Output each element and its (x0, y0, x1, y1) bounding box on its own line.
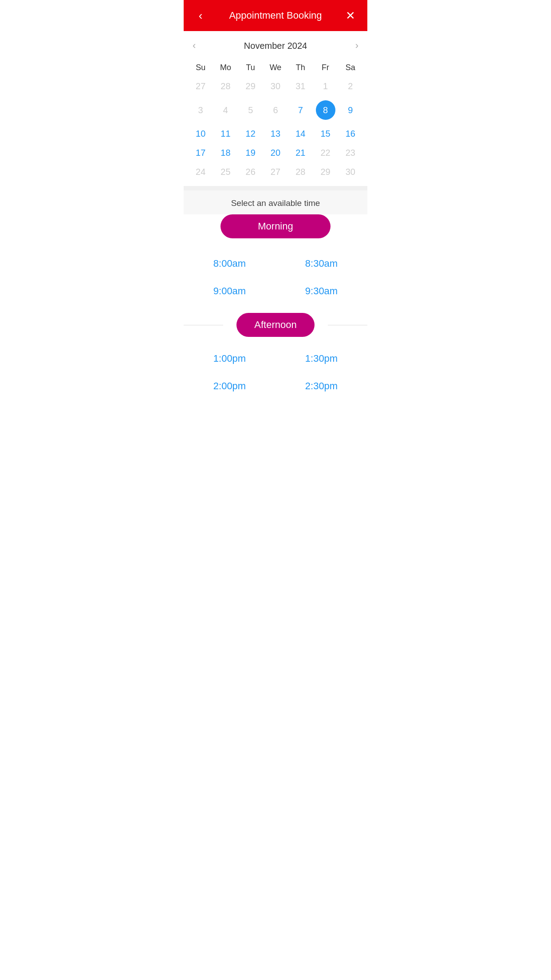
calendar-day: 29 (238, 77, 263, 96)
calendar-day[interactable]: 8 (313, 96, 338, 124)
afternoon-time-slot[interactable]: 2:30pm (276, 372, 367, 400)
next-month-button[interactable]: › (351, 38, 363, 53)
calendar-day: 5 (238, 96, 263, 124)
morning-time-slot[interactable]: 8:30am (276, 250, 367, 277)
morning-time-slot[interactable]: 8:00am (184, 250, 276, 277)
calendar-day[interactable]: 16 (338, 124, 363, 143)
calendar-day[interactable]: 14 (288, 124, 313, 143)
calendar-day: 25 (213, 162, 238, 182)
afternoon-time-slot[interactable]: 1:30pm (276, 345, 367, 372)
calendar-day[interactable]: 15 (313, 124, 338, 143)
weekday-mo: Mo (213, 60, 238, 77)
morning-time-slot[interactable]: 9:30am (276, 277, 367, 305)
calendar-grid: Su Mo Tu We Th Fr Sa 2728293031123456789… (188, 60, 363, 182)
calendar-day: 27 (263, 162, 288, 182)
close-button[interactable]: ✕ (342, 10, 358, 21)
afternoon-time-slot[interactable]: 1:00pm (184, 345, 276, 372)
calendar-day: 30 (263, 77, 288, 96)
weekday-su: Su (188, 60, 213, 77)
back-button[interactable]: ‹ (193, 10, 209, 21)
calendar-week-3: 17181920212223 (188, 143, 363, 162)
time-section: Select an available time Morning 8:00am8… (184, 190, 367, 413)
morning-slots: 8:00am8:30am9:00am9:30am (184, 245, 367, 309)
calendar-week-1: 3456789 (188, 96, 363, 124)
calendar-day[interactable]: 7 (288, 96, 313, 124)
calendar-week-2: 10111213141516 (188, 124, 363, 143)
section-divider (184, 186, 367, 190)
weekday-tu: Tu (238, 60, 263, 77)
prev-month-button[interactable]: ‹ (188, 38, 200, 53)
calendar-day: 24 (188, 162, 213, 182)
calendar-day[interactable]: 13 (263, 124, 288, 143)
app-header: ‹ Appointment Booking ✕ (184, 0, 367, 31)
calendar-day: 2 (338, 77, 363, 96)
calendar-day[interactable]: 19 (238, 143, 263, 162)
calendar-day: 4 (213, 96, 238, 124)
morning-time-slot[interactable]: 9:00am (184, 277, 276, 305)
calendar-day: 23 (338, 143, 363, 162)
weekday-th: Th (288, 60, 313, 77)
weekday-fr: Fr (313, 60, 338, 77)
calendar-day: 1 (313, 77, 338, 96)
calendar-day: 28 (213, 77, 238, 96)
morning-btn-container: Morning (184, 214, 367, 238)
morning-button[interactable]: Morning (220, 214, 331, 238)
afternoon-slots: 1:00pm1:30pm2:00pm2:30pm (184, 340, 367, 404)
afternoon-time-slot[interactable]: 2:00pm (184, 372, 276, 400)
calendar-day[interactable]: 17 (188, 143, 213, 162)
calendar-day: 29 (313, 162, 338, 182)
afternoon-button[interactable]: Afternoon (236, 313, 314, 337)
calendar-day: 31 (288, 77, 313, 96)
weekday-sa: Sa (338, 60, 363, 77)
select-time-label: Select an available time (184, 190, 367, 214)
page-title: Appointment Booking (209, 10, 342, 21)
weekday-we: We (263, 60, 288, 77)
calendar-day[interactable]: 9 (338, 96, 363, 124)
calendar-day: 22 (313, 143, 338, 162)
calendar-day: 26 (238, 162, 263, 182)
calendar-day[interactable]: 20 (263, 143, 288, 162)
calendar-day: 27 (188, 77, 213, 96)
calendar-day: 30 (338, 162, 363, 182)
calendar-day[interactable]: 12 (238, 124, 263, 143)
calendar-day: 3 (188, 96, 213, 124)
calendar-day: 28 (288, 162, 313, 182)
calendar-section: ‹ November 2024 › Su Mo Tu We Th Fr Sa 2… (184, 31, 367, 186)
calendar-week-0: 272829303112 (188, 77, 363, 96)
calendar-week-4: 24252627282930 (188, 162, 363, 182)
calendar-day[interactable]: 11 (213, 124, 238, 143)
month-navigation: ‹ November 2024 › (188, 38, 363, 53)
month-year-label: November 2024 (244, 41, 307, 51)
calendar-body: 2728293031123456789101112131415161718192… (188, 77, 363, 182)
calendar-day[interactable]: 21 (288, 143, 313, 162)
afternoon-separator: Afternoon (184, 313, 367, 337)
calendar-day[interactable]: 10 (188, 124, 213, 143)
weekday-row: Su Mo Tu We Th Fr Sa (188, 60, 363, 77)
calendar-day[interactable]: 18 (213, 143, 238, 162)
calendar-day: 6 (263, 96, 288, 124)
